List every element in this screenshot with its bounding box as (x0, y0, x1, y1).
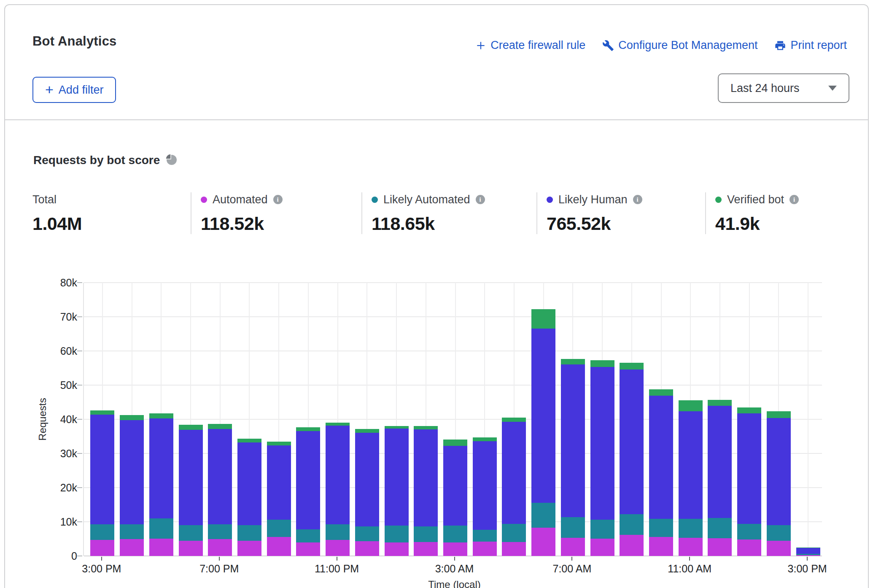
y-tick-label: 10k (39, 515, 77, 528)
stat-automated: Automated i 118.52k (191, 192, 361, 234)
bar-segment-automated (473, 542, 497, 556)
stat-total-value: 1.04M (32, 213, 182, 234)
y-tick-label: 0 (39, 550, 77, 562)
stat-verified-bot: Verified bot i 41.9k (705, 192, 853, 234)
stat-total-label: Total (32, 193, 57, 206)
info-icon[interactable]: i (633, 195, 642, 204)
stat-verified-bot-value: 41.9k (715, 213, 844, 234)
y-tick-mark (77, 351, 82, 351)
likely-human-dot-icon (547, 197, 553, 203)
x-tick-mark (807, 557, 808, 561)
y-tick-label: 40k (39, 413, 77, 426)
x-tick-mark (219, 557, 220, 561)
bar-segment-automated (149, 539, 173, 556)
x-tick-label: 7:00 AM (542, 563, 601, 575)
print-report-label: Print report (790, 39, 847, 52)
likely-automated-dot-icon (372, 197, 378, 203)
y-tick-label: 50k (39, 379, 77, 391)
stat-likely-automated: Likely Automated i 118.65k (361, 192, 536, 234)
requests-chart: Requests 010k20k30k40k50k60k70k80k 3:00 … (0, 270, 873, 588)
y-tick-mark (77, 521, 82, 522)
bar-segment-automated (796, 555, 820, 556)
print-report-link[interactable]: Print report (774, 39, 847, 52)
bar-segment-automated (620, 535, 644, 556)
y-tick-mark (77, 282, 82, 283)
header-divider (5, 119, 868, 120)
bar-segment-automated (120, 539, 144, 556)
stat-automated-label: Automated (213, 193, 268, 206)
bar-segment-automated (590, 539, 614, 556)
info-icon[interactable]: i (789, 195, 799, 204)
bar-segment-automated (679, 538, 703, 556)
bar-segment-automated (708, 538, 732, 556)
y-tick-label: 80k (39, 276, 77, 289)
plus-icon (475, 40, 486, 51)
configure-bot-management-label: Configure Bot Management (618, 39, 757, 52)
y-tick-mark (77, 316, 82, 317)
time-range-select[interactable]: Last 24 hours (718, 73, 849, 103)
stat-likely-human: Likely Human i 765.52k (536, 192, 705, 234)
x-tick-mark (101, 557, 102, 561)
chevron-down-icon (828, 86, 837, 91)
section-title: Requests by bot score (33, 154, 160, 167)
bar-segment-automated (737, 539, 761, 556)
stat-total: Total 1.04M (32, 192, 191, 234)
x-axis-title: Time (local) (425, 579, 484, 588)
bar-segment-automated (385, 542, 409, 556)
info-icon[interactable]: i (476, 195, 485, 204)
y-tick-mark (77, 453, 82, 454)
stat-automated-value: 118.52k (201, 213, 353, 234)
x-tick-label: 7:00 PM (190, 563, 249, 575)
gridline-h (84, 351, 822, 351)
gridline-h (84, 282, 822, 283)
create-firewall-rule-link[interactable]: Create firewall rule (475, 39, 585, 52)
y-tick-label: 20k (39, 481, 77, 494)
plus-icon: + (45, 82, 54, 97)
gridline-h (84, 385, 822, 386)
header-actions: Create firewall rule Configure Bot Manag… (475, 39, 847, 52)
x-tick-mark (689, 557, 690, 561)
stat-likely-human-value: 765.52k (547, 213, 697, 234)
bar-segment-automated (296, 542, 320, 556)
bar-segment-automated (767, 541, 791, 556)
stat-likely-automated-label: Likely Automated (383, 193, 470, 206)
y-tick-label: 30k (39, 447, 77, 460)
y-tick-mark (77, 487, 82, 488)
bar-segment-automated (561, 538, 585, 556)
bar-segment-automated (90, 540, 114, 556)
section-header: Requests by bot score (33, 154, 177, 167)
page-title: Bot Analytics (32, 34, 117, 49)
add-filter-button[interactable]: + Add filter (32, 77, 116, 103)
y-tick-mark (77, 419, 82, 420)
bar-segment-automated (237, 541, 261, 556)
bar-segment-automated (649, 537, 673, 556)
y-tick-label: 60k (39, 345, 77, 357)
x-tick-mark (337, 557, 337, 561)
info-icon[interactable]: i (273, 195, 283, 204)
stat-likely-automated-value: 118.65k (372, 213, 528, 234)
x-tick-label: 3:00 PM (778, 563, 837, 575)
y-tick-label: 70k (39, 310, 77, 323)
verified-bot-dot-icon (715, 197, 722, 203)
y-tick-mark (77, 556, 82, 556)
gridline-v (808, 283, 808, 556)
automated-dot-icon (201, 197, 207, 203)
bot-analytics-page: Bot Analytics Create firewall rule Confi… (0, 0, 873, 588)
gridline-h (84, 316, 822, 317)
bar-segment-automated (326, 540, 350, 556)
time-range-value: Last 24 hours (730, 82, 828, 95)
bar-segment-automated (208, 539, 232, 556)
stat-verified-bot-label: Verified bot (727, 193, 784, 206)
pie-chart-icon (166, 154, 177, 167)
configure-bot-management-link[interactable]: Configure Bot Management (602, 39, 757, 52)
bar-segment-automated (502, 542, 526, 556)
bar-segment-automated (267, 537, 291, 556)
add-filter-label: Add filter (59, 84, 104, 97)
y-tick-mark (77, 385, 82, 386)
x-tick-label: 11:00 PM (307, 563, 366, 575)
stats-row: Total 1.04M Automated i 118.52k Likely A… (32, 192, 853, 234)
x-tick-label: 3:00 AM (425, 563, 484, 575)
bar-segment-automated (443, 542, 467, 556)
bar-segment-automated (414, 542, 438, 556)
x-tick-label: 11:00 AM (660, 563, 719, 575)
